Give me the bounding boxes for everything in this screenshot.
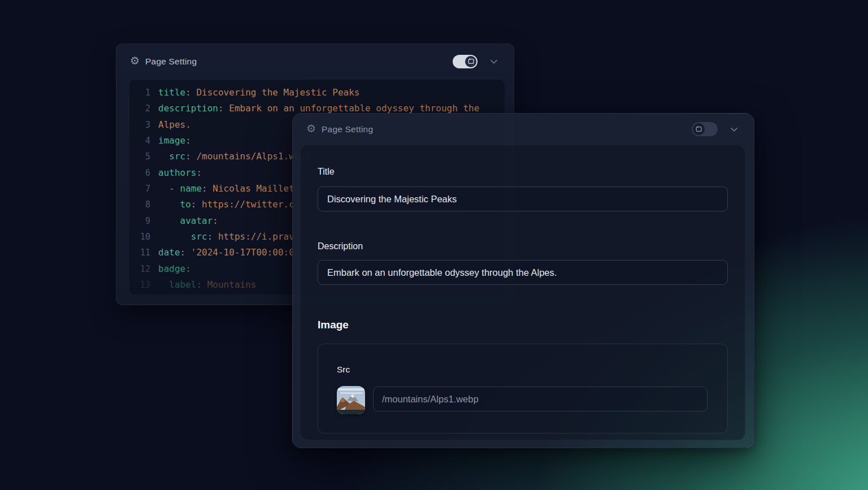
line-number: 3 (129, 117, 150, 133)
code-text: avatar: (158, 213, 218, 229)
src-label: Src (337, 365, 350, 375)
line-number: 10 (129, 229, 150, 245)
code-square-icon (695, 125, 702, 133)
panel-header: ⚙ Page Setting (293, 114, 754, 145)
line-number: 2 (129, 101, 150, 116)
mountain-photo (337, 386, 365, 414)
collapse-chevron-button[interactable] (488, 55, 500, 68)
code-text: label: Mountains (158, 277, 256, 293)
image-fieldset: Src (318, 344, 728, 433)
line-number: 4 (129, 133, 150, 149)
image-thumbnail[interactable] (337, 386, 365, 414)
line-number: 9 (129, 213, 150, 229)
gear-icon: ⚙ (306, 123, 316, 134)
code-text: badge: (158, 261, 191, 277)
chevron-down-icon (488, 55, 500, 68)
image-section-heading: Image (318, 319, 349, 331)
chevron-down-icon (728, 123, 740, 136)
line-number: 12 (129, 261, 150, 277)
page-setting-panel-form: ⚙ Page Setting Title (292, 113, 754, 448)
gear-icon: ⚙ (130, 55, 140, 66)
title-input[interactable] (318, 187, 728, 211)
panel-title: Page Setting (322, 124, 373, 135)
code-text: src: /mountains/Alps1.webp (158, 149, 311, 164)
code-text: image: (158, 133, 191, 149)
code-text: - name: Nicolas Maillet (158, 181, 294, 197)
code-square-icon (467, 58, 475, 65)
code-line: 1title: Discovering the Majestic Peaks (129, 85, 505, 101)
line-number: 5 (129, 149, 150, 164)
panel-header: ⚙ Page Setting (116, 44, 514, 79)
line-number: 7 (129, 181, 150, 197)
code-text: src: https://i.prav (158, 229, 294, 245)
line-number: 11 (129, 245, 150, 261)
code-view-toggle[interactable] (453, 55, 478, 68)
line-number: 13 (129, 277, 150, 293)
form-card: Title Description Image Src (300, 145, 745, 440)
panel-title: Page Setting (145, 57, 197, 67)
line-number: 6 (129, 165, 150, 181)
code-text: to: https://twitter.c (158, 197, 294, 213)
title-label: Title (318, 167, 335, 177)
toggle-knob (465, 56, 476, 67)
description-input[interactable] (318, 260, 728, 285)
toggle-knob (693, 123, 705, 135)
collapse-chevron-button[interactable] (728, 123, 740, 136)
code-view-toggle[interactable] (692, 122, 718, 136)
code-text: authors: (158, 165, 202, 181)
code-text: date: '2024-10-17T00:00:0 (158, 245, 294, 261)
code-text: title: Discovering the Majestic Peaks (158, 85, 359, 101)
code-text: Alpes. (158, 117, 191, 133)
line-number: 8 (129, 197, 150, 213)
description-label: Description (318, 241, 363, 251)
line-number: 1 (129, 85, 150, 101)
src-input[interactable] (373, 387, 708, 411)
